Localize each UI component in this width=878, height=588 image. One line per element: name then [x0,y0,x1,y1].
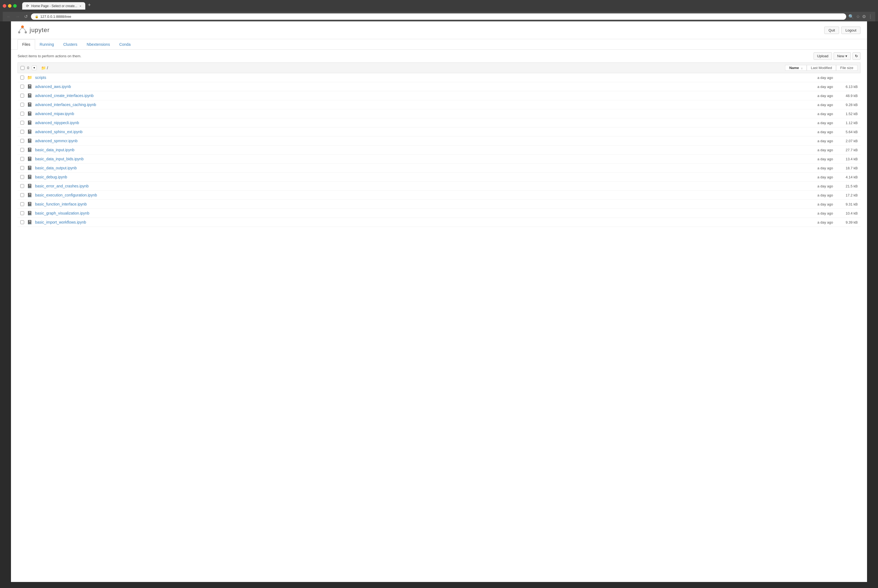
refresh-button[interactable]: ↻ [852,52,860,60]
file-checkbox-15[interactable] [20,211,24,215]
file-checkbox-1[interactable] [20,85,24,88]
folder-icon: 📁 [27,75,32,80]
forward-button[interactable]: → [14,14,21,20]
file-checkbox-7[interactable] [20,139,24,143]
file-checkbox-5[interactable] [20,121,24,124]
file-name-link[interactable]: advanced_sphinx_ext.ipynb [35,130,797,134]
file-modified: a day ago [800,112,833,116]
file-checkbox-6[interactable] [20,130,24,134]
file-size: 1.12 kB [836,121,858,125]
column-headers: Name ↓ Last Modified File size [785,65,857,71]
tab-close-icon[interactable]: × [80,4,81,8]
bookmark-icon[interactable]: ☆ [856,14,860,19]
file-modified: a day ago [800,94,833,98]
notebook-icon: 📓 [27,129,32,134]
file-checkbox-11[interactable] [20,175,24,179]
file-checkbox-3[interactable] [20,103,24,106]
file-checkbox-16[interactable] [20,220,24,224]
table-row: 📓 advanced_nipypecli.ipynb a day ago 1.1… [18,118,860,128]
quit-button[interactable]: Quit [824,27,839,34]
file-name-link[interactable]: advanced_interfaces_caching.ipynb [35,102,797,107]
tab-files[interactable]: Files [18,39,35,50]
address-input[interactable]: 🔒 127.0.0.1:8888/tree [31,14,846,20]
modified-column-header[interactable]: Last Modified [807,65,836,71]
select-dropdown[interactable]: ▾ [32,66,37,70]
extensions-icon[interactable]: ⚙ [862,14,866,19]
file-name-link[interactable]: basic_function_interface.ipynb [35,202,797,206]
table-row: 📓 advanced_create_interfaces.ipynb a day… [18,91,860,100]
notebook-icon: 📓 [27,156,32,161]
file-checkbox-0[interactable] [20,76,24,80]
file-checkbox-12[interactable] [20,184,24,188]
minimize-button[interactable] [8,4,12,8]
file-size: 9.31 kB [836,202,858,206]
file-checkbox-9[interactable] [20,157,24,161]
page-content: jupyter Quit Logout Files Running Cluste… [11,21,867,582]
tab-running[interactable]: Running [35,39,59,50]
active-browser-tab[interactable]: ⟳ Home Page - Select or create... × [22,2,85,10]
file-name-link[interactable]: advanced_nipypecli.ipynb [35,120,797,125]
browser-toolbar-icons: 🔍 ☆ ⚙ ⋮ [848,14,872,19]
search-icon[interactable]: 🔍 [848,14,854,19]
svg-point-0 [21,26,24,28]
file-size: 27.7 kB [836,148,858,152]
maximize-button[interactable] [13,4,17,8]
file-name-link[interactable]: basic_data_output.ipynb [35,166,797,170]
tab-clusters[interactable]: Clusters [59,39,82,50]
tab-favicon: ⟳ [26,4,29,8]
file-size: 21.5 kB [836,184,858,188]
file-name-link[interactable]: basic_error_and_crashes.ipynb [35,184,797,188]
file-size: 4.14 kB [836,175,858,179]
file-name-link[interactable]: advanced_mipav.ipynb [35,111,797,116]
browser-chrome: ⟳ Home Page - Select or create... × + ← … [0,0,878,21]
back-button[interactable]: ← [6,14,12,20]
file-name-link[interactable]: advanced_spmmcr.ipynb [35,139,797,143]
file-name-link[interactable]: basic_data_input_bids.ipynb [35,157,797,161]
jupyter-header: jupyter Quit Logout [11,21,867,39]
file-name-link[interactable]: scripts [35,75,797,80]
tab-nbextensions[interactable]: Nbextensions [82,39,114,50]
file-checkbox-2[interactable] [20,94,24,98]
table-row: 📓 basic_graph_visualization.ipynb a day … [18,209,860,218]
upload-button[interactable]: Upload [813,52,832,60]
new-tab-button[interactable]: + [85,2,94,10]
file-name-link[interactable]: advanced_aws.ipynb [35,84,797,89]
close-button[interactable] [3,4,6,8]
name-column-header[interactable]: Name ↓ [785,65,807,71]
notebook-icon: 📓 [27,202,32,207]
file-checkbox-4[interactable] [20,112,24,116]
notebook-icon: 📓 [27,165,32,170]
file-checkbox-13[interactable] [20,193,24,197]
size-column-header[interactable]: File size [836,65,857,71]
file-modified: a day ago [800,211,833,215]
file-checkbox-8[interactable] [20,148,24,152]
menu-icon[interactable]: ⋮ [868,14,872,19]
file-size: 17.2 kB [836,193,858,197]
logout-button[interactable]: Logout [841,27,860,34]
file-checkbox-10[interactable] [20,166,24,170]
file-name-link[interactable]: basic_debug.ipynb [35,175,797,179]
address-text: 127.0.0.1:8888/tree [40,15,71,19]
refresh-nav-button[interactable]: ↺ [23,14,29,20]
file-name-link[interactable]: basic_data_input.ipynb [35,148,797,152]
notebook-icon: 📓 [27,193,32,198]
nav-tabs: Files Running Clusters Nbextensions Cond… [11,39,867,50]
tab-conda[interactable]: Conda [114,39,135,50]
table-row: 📓 basic_data_input_bids.ipynb a day ago … [18,154,860,164]
file-size: 5.64 kB [836,130,858,134]
jupyter-logo-icon [18,25,27,35]
header-buttons: Quit Logout [824,27,860,34]
file-name-link[interactable]: basic_execution_configuration.ipynb [35,193,797,197]
breadcrumb[interactable]: 📁 / [41,66,48,70]
jupyter-logo-text: jupyter [30,27,50,34]
file-list-header-row: 0 ▾ 📁 / Name ↓ Last Modified File size [18,63,860,73]
file-name-link[interactable]: advanced_create_interfaces.ipynb [35,93,797,98]
select-info: Select items to perform actions on them. [18,54,81,58]
file-name-link[interactable]: basic_import_workflows.ipynb [35,220,797,224]
new-button[interactable]: New ▾ [834,52,851,60]
notebook-icon: 📓 [27,102,32,107]
file-modified: a day ago [800,184,833,188]
file-checkbox-14[interactable] [20,202,24,206]
file-name-link[interactable]: basic_graph_visualization.ipynb [35,211,797,215]
check-all-checkbox[interactable] [21,66,24,70]
